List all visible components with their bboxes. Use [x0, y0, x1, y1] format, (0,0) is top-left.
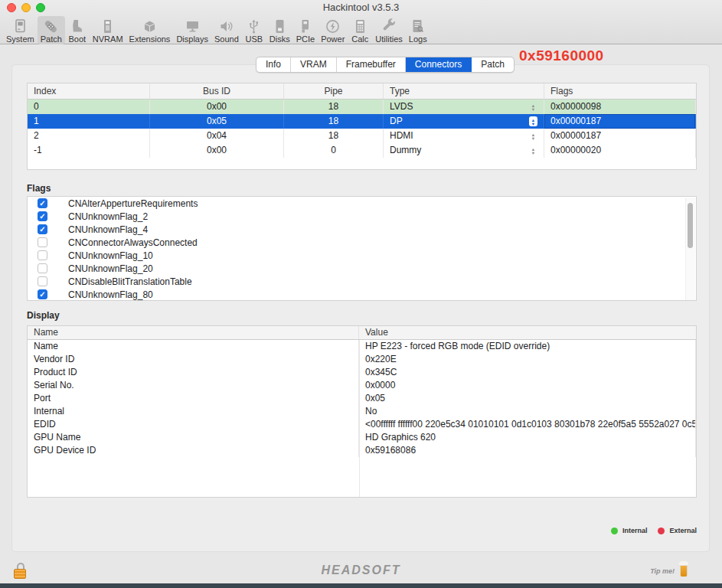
column-header-flags: Flags: [544, 83, 696, 99]
disk-icon: [270, 18, 289, 34]
flag-row: CNUnknownFlag_10: [28, 249, 696, 262]
cell-flags[interactable]: 0x00000187: [544, 129, 696, 143]
display-row[interactable]: NameHP E223 - forced RGB mode (EDID over…: [28, 340, 696, 353]
flag-label: CNUnknownFlag_4: [68, 224, 148, 235]
flag-row: CNConnectorAlwaysConnected: [28, 236, 696, 249]
internal-dot-icon: [611, 528, 618, 534]
flag-row: ✓CNAlterAppertureRequirements: [28, 197, 696, 210]
display-value-cell: 0x345C: [359, 366, 696, 379]
toolbar-item-label: Displays: [176, 34, 208, 44]
toolbar-item-logs[interactable]: Logs: [406, 16, 430, 44]
toolbar-item-pcie[interactable]: PCIe: [293, 16, 318, 44]
connector-type-value: Dummy: [390, 143, 421, 158]
column-header-type: Type: [384, 83, 544, 99]
package-icon: [140, 18, 158, 34]
window-title: Hackintool v3.5.3: [0, 0, 722, 15]
toolbar-item-calc[interactable]: Calc: [348, 16, 372, 44]
flag-checkbox[interactable]: ✓: [38, 198, 47, 208]
cell-pipe: 18: [284, 114, 384, 129]
tab-patch[interactable]: Patch: [472, 57, 514, 72]
toolbar-item-boot[interactable]: Boot: [65, 16, 90, 44]
flag-checkbox[interactable]: [38, 263, 47, 273]
tab-vram[interactable]: VRAM: [291, 57, 337, 72]
toolbar-item-usb[interactable]: USB: [242, 16, 266, 44]
display-value-cell: 0x59168086: [359, 444, 696, 457]
cell-index: -1: [28, 143, 150, 158]
flag-checkbox[interactable]: ✓: [38, 211, 47, 221]
flag-checkbox[interactable]: [38, 237, 47, 247]
display-value-cell: HP E223 - forced RGB mode (EDID override…: [359, 340, 696, 353]
flag-label: CNUnknownFlag_20: [68, 263, 153, 274]
tab-info[interactable]: Info: [256, 57, 291, 72]
cell-pipe: 18: [284, 100, 384, 114]
type-stepper-icon[interactable]: ▴▾: [529, 102, 537, 112]
cell-index: 0: [28, 100, 150, 114]
cell-pipe: 0: [284, 143, 384, 158]
display-row[interactable]: InternalNo: [28, 405, 696, 418]
external-dot-icon: [658, 528, 665, 534]
cell-flags[interactable]: 0x00000098: [544, 100, 696, 114]
flag-checkbox[interactable]: [38, 276, 47, 286]
toolbar-item-sound[interactable]: Sound: [211, 16, 242, 44]
beer-tip-icon[interactable]: [679, 561, 688, 577]
type-stepper-icon[interactable]: ▴▾: [529, 131, 537, 141]
flag-checkbox[interactable]: ✓: [38, 224, 47, 234]
connectors-table-body: 00x0018LVDS▴▾0x0000009810x0518DP▴▾0x0000…: [28, 100, 696, 158]
toolbar-item-utilities[interactable]: Utilities: [372, 16, 405, 44]
window-chrome: Hackintool v3.5.3 SystemPatchBootNVRAMEx…: [0, 0, 722, 44]
connector-row[interactable]: 20x0418HDMI▴▾0x00000187: [28, 129, 696, 143]
display-row[interactable]: EDID<00ffffff ffffff00 220e5c34 01010101…: [28, 418, 696, 431]
flag-row: ✓CNUnknownFlag_4: [28, 223, 696, 236]
display-row[interactable]: Port0x05: [28, 392, 696, 405]
flag-checkbox[interactable]: ✓: [38, 289, 47, 299]
display-row[interactable]: Serial No.0x0000: [28, 379, 696, 392]
minimize-button[interactable]: [21, 3, 31, 12]
display-row[interactable]: Vendor ID0x220E: [28, 353, 696, 366]
close-button[interactable]: [7, 3, 16, 12]
display-row[interactable]: GPU NameHD Graphics 620: [28, 431, 696, 444]
toolbar-item-nvram[interactable]: NVRAM: [90, 16, 126, 44]
cell-bus-id: 0x05: [150, 114, 284, 129]
flag-label: CNAlterAppertureRequirements: [68, 198, 198, 209]
connector-row[interactable]: 10x0518DP▴▾0x00000187: [28, 114, 696, 129]
scrollbar-track[interactable]: [685, 198, 695, 301]
framebuffer-address: 0x59160000: [519, 47, 604, 64]
toolbar-item-patch[interactable]: Patch: [38, 16, 65, 44]
connector-type-value: DP: [390, 114, 403, 129]
toolbar-item-extensions[interactable]: Extensions: [126, 16, 174, 44]
tab-connectors[interactable]: Connectors: [406, 57, 472, 72]
display-row[interactable]: Product ID0x345C: [28, 366, 696, 379]
type-stepper-icon[interactable]: ▴▾: [529, 145, 537, 155]
connector-row[interactable]: -10x000Dummy▴▾0x00000020: [28, 143, 696, 158]
display-column-separator: [359, 340, 360, 497]
display-header-name: Name: [28, 326, 359, 339]
zoom-button[interactable]: [36, 3, 45, 12]
tab-framebuffer[interactable]: Framebuffer: [337, 57, 406, 72]
tab-bar: InfoVRAMFramebufferConnectorsPatch: [256, 57, 515, 73]
legend-external-label: External: [669, 527, 697, 534]
flag-row: ✓CNUnknownFlag_80: [28, 288, 696, 301]
type-stepper-icon[interactable]: ▴▾: [529, 116, 537, 126]
connector-type-value: LVDS: [390, 100, 413, 114]
connector-row[interactable]: 00x0018LVDS▴▾0x00000098: [28, 100, 696, 114]
flag-checkbox[interactable]: [38, 250, 47, 260]
toolbar-item-label: Extensions: [129, 34, 171, 44]
toolbar-item-label: Patch: [41, 34, 62, 44]
flag-label: CNConnectorAlwaysConnected: [68, 237, 198, 248]
toolbar-item-system[interactable]: System: [3, 16, 38, 44]
display-name-cell: Product ID: [28, 366, 359, 379]
cell-flags[interactable]: 0x00000187: [544, 114, 696, 129]
card-icon: [296, 18, 315, 34]
toolbar-item-power[interactable]: Power: [318, 16, 348, 44]
display-row[interactable]: GPU Device ID0x59168086: [28, 444, 696, 457]
toolbar-item-label: Calc: [351, 34, 368, 44]
scrollbar-thumb[interactable]: [688, 203, 693, 248]
flag-label: CNUnknownFlag_80: [68, 289, 153, 300]
toolbar-item-displays[interactable]: Displays: [173, 16, 211, 44]
toolbar-item-disks[interactable]: Disks: [266, 16, 293, 44]
tip-me-label[interactable]: Tip me!: [650, 567, 675, 575]
cell-type: HDMI▴▾: [384, 129, 544, 143]
cell-flags[interactable]: 0x00000020: [544, 143, 696, 158]
flags-list: ✓CNAlterAppertureRequirements✓CNUnknownF…: [28, 197, 696, 301]
column-header-index: Index: [28, 83, 150, 99]
